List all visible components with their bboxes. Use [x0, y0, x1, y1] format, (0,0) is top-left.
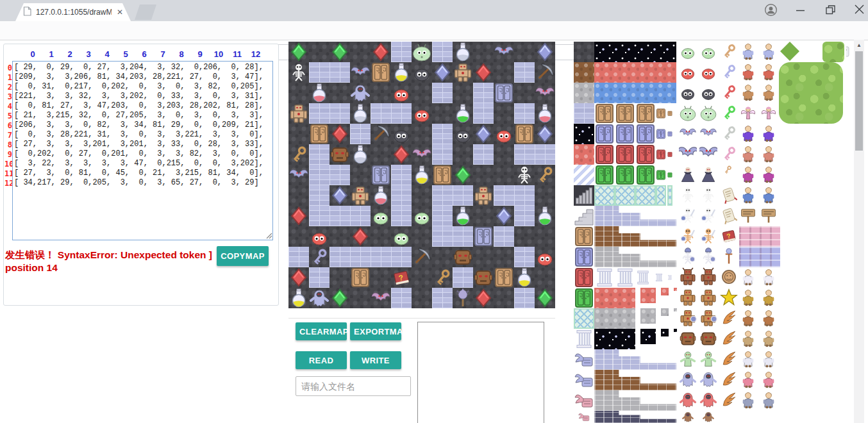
map-tile-dark-floor[interactable] — [350, 42, 371, 62]
tileset-tile-demon[interactable] — [699, 267, 717, 286]
map-tile-green-gem[interactable] — [330, 288, 350, 308]
tileset-tile-char[interactable] — [760, 349, 778, 369]
tileset-tile-door[interactable] — [667, 103, 672, 124]
output-box[interactable] — [417, 322, 544, 423]
tileset-tile-skeleton[interactable] — [679, 185, 697, 204]
map-tile-dark-floor[interactable] — [432, 103, 453, 124]
map-tile-red-gem[interactable] — [330, 124, 350, 144]
tileset-tile-terr[interactable] — [574, 62, 594, 83]
map-tile-big-green-slime[interactable] — [412, 42, 432, 62]
tileset-tile-door[interactable] — [594, 103, 615, 124]
tileset-tile-skeleton[interactable] — [699, 185, 717, 204]
map-tile-brick-wall[interactable] — [473, 144, 494, 165]
map-tile-red-slime[interactable] — [494, 124, 514, 144]
map-tile-brick-wall[interactable] — [391, 185, 412, 206]
map-tile-stone-face[interactable] — [330, 144, 350, 165]
tileset-tile-char[interactable] — [760, 144, 778, 163]
window-close-button[interactable] — [855, 4, 864, 14]
tileset-tile-door[interactable] — [635, 103, 656, 124]
map-tile-brick-wall[interactable] — [494, 185, 514, 206]
tileset-tile-char[interactable] — [739, 390, 757, 410]
profile-icon[interactable] — [765, 4, 777, 16]
map-tile-red-flask[interactable] — [309, 83, 330, 103]
map-tile-brick-wall[interactable] — [391, 206, 412, 226]
tileset-tile-stars[interactable] — [640, 329, 656, 344]
map-tile-dark-floor[interactable] — [535, 226, 555, 247]
map-tile-dark-floor[interactable] — [473, 247, 494, 267]
tileset-tile-fairy[interactable] — [760, 103, 778, 122]
map-tile-silver-flask[interactable] — [350, 144, 371, 165]
map-tile-dark-floor[interactable] — [473, 165, 494, 185]
map-tile-dark-floor[interactable] — [494, 288, 514, 308]
new-tab-button[interactable] — [135, 4, 156, 20]
tileset-tile-bigbat[interactable] — [699, 144, 717, 163]
tileset-tile-ledge[interactable] — [594, 390, 676, 411]
tileset-tile-ledge[interactable] — [594, 206, 676, 226]
tileset-tile-wing[interactable] — [720, 370, 738, 389]
tileset-tile-tree[interactable] — [822, 42, 844, 62]
map-tile-silver-flask[interactable] — [453, 42, 473, 62]
tileset-tile-steps[interactable] — [574, 206, 594, 226]
map-tile-blue-gem[interactable] — [535, 124, 555, 144]
map-tile-brick-wall[interactable] — [350, 206, 371, 226]
map-tile-gold-key[interactable] — [432, 267, 453, 288]
tileset-tile-stars[interactable] — [674, 329, 677, 332]
tileset-tile-vampire[interactable] — [699, 165, 717, 184]
map-tile-red-book[interactable]: ? — [391, 267, 412, 288]
tileset-tile-floor[interactable] — [574, 42, 594, 62]
map-tile-dark-floor[interactable] — [514, 83, 535, 103]
tileset-tile-ghost[interactable] — [699, 411, 717, 423]
tileset-tile-stripes[interactable] — [574, 165, 594, 185]
tileset-tile-door[interactable] — [667, 165, 672, 185]
map-tile-brick-wall[interactable] — [432, 226, 453, 247]
tileset-tile-key[interactable] — [720, 144, 738, 163]
tileset-tile-door[interactable] — [574, 288, 594, 308]
tileset-tile-ice[interactable] — [574, 308, 594, 329]
map-tile-golem[interactable] — [473, 185, 494, 206]
map-tile-dark-floor[interactable] — [412, 124, 432, 144]
map-tile-wood-door[interactable] — [371, 62, 391, 83]
map-tile-green-slime[interactable] — [412, 206, 432, 226]
map-tile-wood-door[interactable] — [494, 267, 514, 288]
tileset-tile-terr[interactable] — [661, 288, 669, 295]
tileset-tile-terr[interactable] — [594, 288, 635, 308]
tileset-tile-golem[interactable] — [699, 288, 717, 307]
tileset-tile-stars[interactable] — [594, 329, 635, 349]
map-tile-brick-wall[interactable] — [473, 103, 494, 124]
tileset-tile-char[interactable] — [760, 124, 778, 143]
tileset-tile-stars[interactable] — [661, 329, 669, 336]
tileset-tile-ledge[interactable] — [594, 247, 676, 267]
tileset-tile-terr[interactable] — [640, 288, 656, 303]
map-tile-brick-wall[interactable] — [391, 247, 412, 267]
tileset-tile-door[interactable] — [667, 124, 672, 144]
map-tile-dark-floor[interactable] — [535, 267, 555, 288]
map-tile-red-gem[interactable] — [350, 226, 371, 247]
tileset-tile-char[interactable] — [760, 62, 778, 81]
map-tile-gold-key[interactable] — [288, 144, 309, 165]
map-tile-brick-wall[interactable] — [371, 247, 391, 267]
tileset-tile-sign[interactable] — [760, 206, 778, 225]
tileset-tile-char[interactable] — [739, 288, 757, 307]
map-tile-brick-wall[interactable] — [432, 124, 453, 144]
map-tile-blue-gem[interactable] — [330, 185, 350, 206]
map-tile-skeleton[interactable] — [514, 165, 535, 185]
tileset-tile-door[interactable] — [594, 124, 615, 144]
map-tile-dark-slime[interactable] — [453, 124, 473, 144]
tileset-tile-door[interactable] — [615, 103, 635, 124]
tileset-tile-column[interactable] — [615, 267, 635, 288]
map-tile-brick-wall[interactable] — [371, 103, 391, 124]
map-tile-brick-wall[interactable] — [535, 144, 555, 165]
tileset-tile-char[interactable] — [760, 370, 778, 389]
map-tile-yellow-flask[interactable] — [391, 62, 412, 83]
tileset-tile-ledge[interactable] — [594, 226, 676, 247]
map-tile-purple-bat[interactable] — [288, 165, 309, 185]
map-tile-brick-wall[interactable] — [514, 247, 535, 267]
map-tile-brick-wall[interactable] — [330, 62, 350, 83]
map-tile-blue-gem[interactable] — [494, 206, 514, 226]
map-tile-brick-wall[interactable] — [514, 62, 535, 83]
scrollbar-thumb[interactable] — [855, 51, 863, 151]
tileset-tile-bigslime[interactable] — [699, 103, 717, 122]
map-tile-brick-wall[interactable] — [391, 42, 412, 62]
tileset-tile-wing[interactable] — [720, 390, 738, 410]
tileset-tile-skelsword[interactable] — [699, 226, 717, 245]
